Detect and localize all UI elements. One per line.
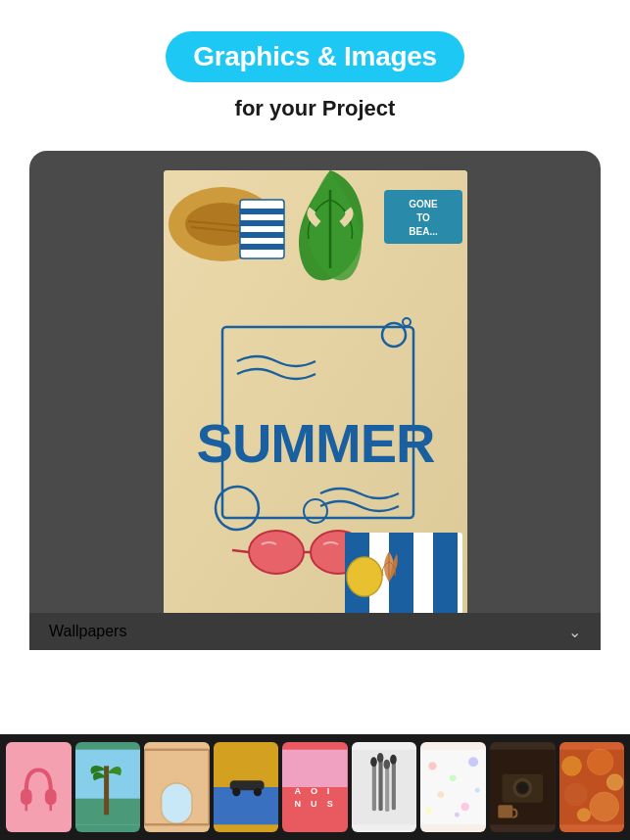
svg-text:SUMMER: SUMMER (196, 412, 434, 474)
svg-point-76 (425, 808, 432, 815)
svg-rect-45 (162, 784, 191, 823)
svg-rect-48 (214, 787, 279, 824)
svg-text:TO: TO (416, 212, 430, 223)
svg-point-66 (377, 753, 384, 763)
svg-point-90 (577, 809, 590, 821)
svg-rect-63 (385, 765, 389, 812)
svg-point-75 (475, 788, 480, 793)
svg-text:N: N (295, 799, 302, 809)
svg-rect-53 (282, 750, 348, 787)
svg-point-70 (429, 762, 437, 770)
chevron-down-icon[interactable]: ⌄ (568, 623, 581, 641)
thumbnail-pink-headphones[interactable] (6, 742, 72, 832)
title-badge: Graphics & Images (166, 31, 464, 82)
svg-point-82 (518, 784, 526, 792)
thumbnail-arch-doorway[interactable] (144, 742, 210, 832)
svg-rect-60 (352, 750, 417, 825)
thumbnail-pink-red[interactable]: A O I N U S (282, 742, 348, 832)
thumbnail-strip: A O I N U S (0, 734, 630, 840)
svg-text:GONE: GONE (409, 199, 438, 210)
svg-rect-62 (378, 758, 382, 811)
svg-point-67 (383, 760, 390, 770)
svg-point-65 (370, 757, 377, 767)
svg-point-74 (461, 803, 469, 811)
thumbnail-tools-flatlay[interactable] (352, 742, 417, 832)
svg-rect-83 (498, 805, 512, 817)
svg-rect-61 (372, 762, 376, 811)
svg-rect-64 (392, 760, 396, 811)
svg-point-51 (253, 788, 261, 796)
svg-point-88 (563, 783, 586, 806)
svg-point-89 (589, 792, 618, 821)
svg-point-68 (390, 755, 397, 765)
svg-point-72 (468, 757, 478, 767)
thumbnail-bokeh-lights[interactable] (559, 742, 625, 832)
wallpapers-label: Wallpapers (49, 623, 126, 640)
thumbnail-gold-blue[interactable] (214, 742, 279, 832)
thumbnail-white-pattern[interactable] (420, 742, 486, 832)
svg-text:O: O (311, 786, 317, 796)
svg-point-50 (232, 788, 240, 796)
svg-point-77 (455, 813, 460, 817)
svg-point-73 (438, 791, 445, 798)
svg-point-86 (587, 749, 613, 775)
svg-point-87 (606, 774, 623, 791)
svg-point-71 (450, 775, 457, 782)
subtitle: for your Project (20, 96, 610, 121)
preview-container: GONE TO BEA... SUMMER (29, 151, 601, 650)
svg-text:BEA...: BEA... (409, 226, 438, 237)
wallpapers-bar[interactable]: Wallpapers ⌄ (29, 613, 601, 650)
svg-point-85 (561, 756, 581, 775)
thumbnail-dark-flatlay[interactable] (490, 742, 556, 832)
svg-rect-35 (6, 750, 72, 825)
thumbnail-beach-palm[interactable] (75, 742, 141, 832)
svg-text:I: I (327, 786, 330, 796)
svg-text:U: U (311, 799, 317, 809)
main-title: Graphics & Images (193, 41, 437, 71)
header: Graphics & Images for your Project (0, 0, 630, 141)
preview-image[interactable]: GONE TO BEA... SUMMER (164, 170, 467, 630)
svg-text:S: S (327, 799, 333, 809)
svg-text:A: A (295, 786, 302, 796)
